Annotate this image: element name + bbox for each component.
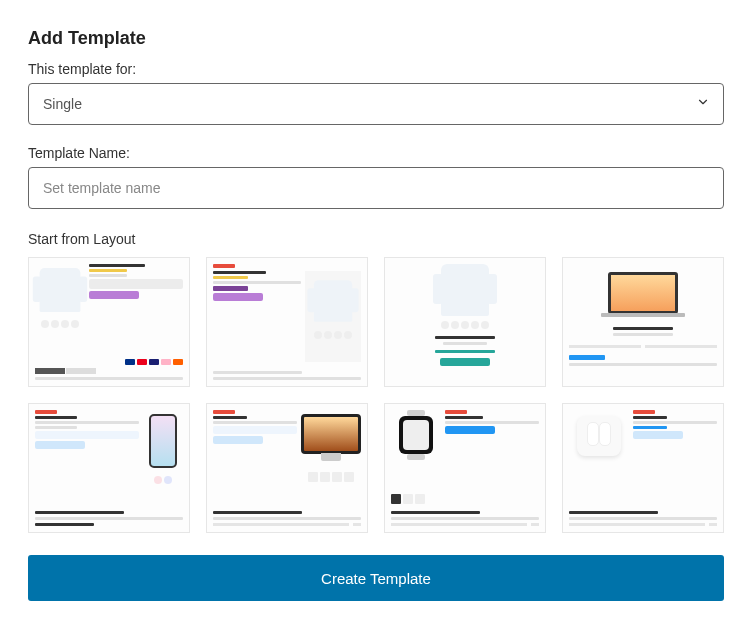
template-for-value: Single [43, 96, 82, 112]
layout-option-4[interactable] [562, 257, 724, 387]
template-for-label: This template for: [28, 61, 724, 77]
layout-section-label: Start from Layout [28, 231, 724, 247]
layout-grid [28, 257, 724, 533]
template-name-label: Template Name: [28, 145, 724, 161]
page-title: Add Template [28, 28, 724, 49]
layout-option-5[interactable] [28, 403, 190, 533]
create-template-button[interactable]: Create Template [28, 555, 724, 601]
template-for-select[interactable]: Single [28, 83, 724, 125]
layout-option-8[interactable] [562, 403, 724, 533]
template-name-input[interactable] [28, 167, 724, 209]
layout-option-2[interactable] [206, 257, 368, 387]
layout-option-3[interactable] [384, 257, 546, 387]
layout-option-6[interactable] [206, 403, 368, 533]
layout-option-1[interactable] [28, 257, 190, 387]
layout-option-7[interactable] [384, 403, 546, 533]
